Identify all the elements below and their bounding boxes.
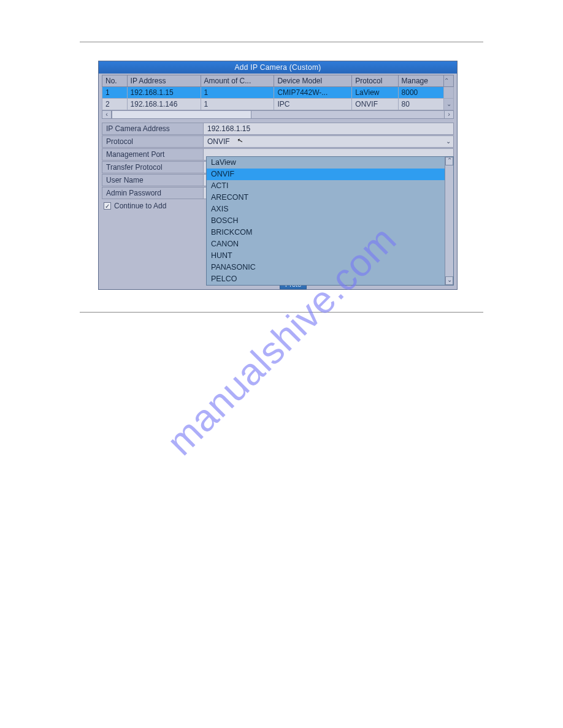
dialog-add-ip-camera: Add IP Camera (Custom) No. IP Address Am… bbox=[98, 61, 458, 290]
dropdown-option[interactable]: ONVIF bbox=[207, 169, 453, 180]
chevron-up-icon bbox=[446, 157, 453, 164]
camera-table: No. IP Address Amount of C... Device Mod… bbox=[102, 75, 454, 110]
dropdown-option[interactable]: PELCO bbox=[207, 273, 453, 285]
table-row[interactable]: 2192.168.1.1461IPCONVIF80 bbox=[102, 99, 454, 110]
hscroll-track[interactable] bbox=[112, 110, 444, 119]
th-ip[interactable]: IP Address bbox=[127, 75, 201, 87]
th-model[interactable]: Device Model bbox=[274, 75, 352, 87]
dropdown-option[interactable]: LaView bbox=[207, 157, 453, 169]
dialog-title: Add IP Camera (Custom) bbox=[99, 61, 457, 74]
select-protocol-value: ONVIF bbox=[207, 137, 230, 146]
divider-bottom bbox=[80, 312, 483, 313]
cell-ip: 192.168.1.146 bbox=[127, 99, 201, 110]
dropdown-option[interactable]: CANON bbox=[207, 238, 453, 250]
chevron-right-icon bbox=[448, 109, 450, 118]
horizontal-scrollbar[interactable] bbox=[102, 110, 454, 119]
dropdown-scroll-up[interactable] bbox=[445, 157, 453, 165]
chevron-down-icon bbox=[444, 101, 453, 107]
label-admin-password: Admin Password bbox=[102, 187, 203, 199]
scroll-down-button[interactable] bbox=[444, 99, 454, 110]
label-user-name: User Name bbox=[102, 174, 203, 186]
cell-no: 2 bbox=[102, 99, 128, 110]
dropdown-option[interactable]: HUNT bbox=[207, 250, 453, 262]
continue-to-add-checkbox[interactable] bbox=[104, 202, 111, 210]
label-ip-address: IP Camera Address bbox=[102, 123, 203, 135]
th-manage[interactable]: Manage bbox=[398, 75, 443, 87]
chevron-up-icon bbox=[444, 78, 453, 84]
cell-protocol: LaView bbox=[352, 87, 398, 99]
chevron-down-icon: ⌄ bbox=[446, 138, 451, 145]
th-no[interactable]: No. bbox=[102, 75, 128, 87]
continue-to-add-label: Continue to Add bbox=[114, 202, 166, 210]
hscroll-thumb[interactable] bbox=[112, 110, 251, 119]
th-amount[interactable]: Amount of C... bbox=[201, 75, 274, 87]
dropdown-option[interactable]: PANASONIC bbox=[207, 262, 453, 273]
cell-manage: 8000 bbox=[398, 87, 443, 99]
cell-model: IPC bbox=[274, 99, 352, 110]
cell-no: 1 bbox=[102, 87, 128, 99]
select-protocol[interactable]: ONVIF ↖ ⌄ bbox=[203, 135, 454, 148]
label-management-port: Management Port bbox=[102, 148, 203, 161]
cell-model: CMIP7442W-... bbox=[274, 87, 352, 99]
cell-amount: 1 bbox=[201, 99, 274, 110]
cell-amount: 1 bbox=[201, 87, 274, 99]
input-ip-address[interactable]: 192.168.1.15 bbox=[203, 123, 454, 135]
dropdown-option[interactable]: BRICKCOM bbox=[207, 227, 453, 238]
dropdown-option[interactable]: ACTI bbox=[207, 180, 453, 192]
cell-ip: 192.168.1.15 bbox=[127, 87, 201, 99]
cell-manage: 80 bbox=[398, 99, 443, 110]
table-header-row: No. IP Address Amount of C... Device Mod… bbox=[102, 75, 454, 87]
chevron-down-icon bbox=[446, 277, 453, 283]
label-protocol: Protocol bbox=[102, 135, 203, 148]
table-row[interactable]: 1192.168.1.151CMIP7442W-...LaView8000 bbox=[102, 87, 454, 99]
scroll-left-button[interactable] bbox=[102, 110, 112, 119]
divider-top bbox=[80, 42, 483, 42]
dropdown-option[interactable]: BOSCH bbox=[207, 215, 453, 227]
dropdown-scroll-track[interactable] bbox=[445, 165, 453, 276]
dropdown-scroll-down[interactable] bbox=[445, 276, 453, 285]
th-protocol[interactable]: Protocol bbox=[352, 75, 398, 87]
scroll-up-button[interactable] bbox=[444, 75, 454, 87]
camera-table-wrap: No. IP Address Amount of C... Device Mod… bbox=[102, 75, 454, 110]
chevron-left-icon bbox=[105, 109, 108, 118]
scroll-right-button[interactable] bbox=[444, 110, 454, 119]
protocol-dropdown[interactable]: LaViewONVIFACTIARECONTAXISBOSCHBRICKCOMC… bbox=[206, 156, 454, 286]
label-transfer-protocol: Transfer Protocol bbox=[102, 161, 203, 173]
scroll-track-cell[interactable] bbox=[444, 87, 454, 99]
dropdown-option[interactable]: AXIS bbox=[207, 203, 453, 215]
dropdown-option[interactable]: ARECONT bbox=[207, 192, 453, 203]
dropdown-vscroll[interactable] bbox=[445, 157, 453, 285]
cursor-icon: ↖ bbox=[236, 136, 243, 145]
cell-protocol: ONVIF bbox=[352, 99, 398, 110]
